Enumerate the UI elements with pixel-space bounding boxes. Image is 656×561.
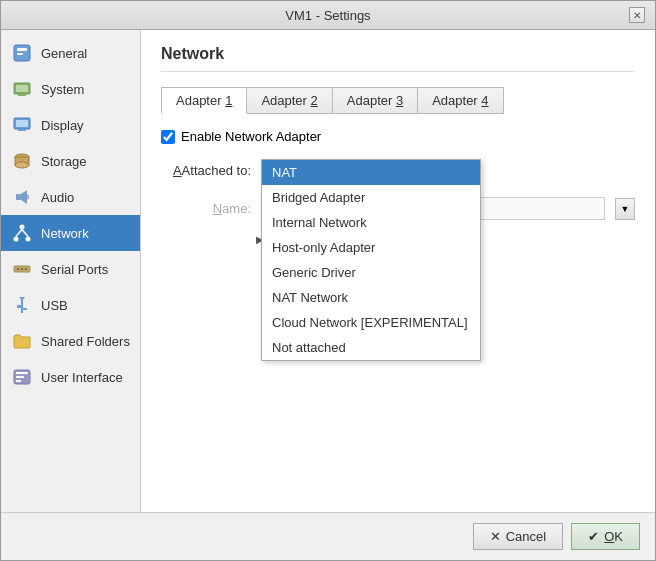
audio-icon [11,186,33,208]
sidebar-label-general: General [41,46,87,61]
storage-icon [11,150,33,172]
sidebar-label-usb: USB [41,298,68,313]
sidebar-item-system[interactable]: System [1,71,140,107]
serial-icon [11,258,33,280]
adapter-tabs: Adapter 1 Adapter 2 Adapter 3 Adapter 4 [161,87,635,114]
svg-point-22 [25,268,27,270]
svg-rect-2 [17,53,23,55]
ui-icon [11,366,33,388]
folder-icon [11,330,33,352]
sidebar-item-usb[interactable]: USB [1,287,140,323]
svg-line-17 [16,230,22,237]
sidebar-label-storage: Storage [41,154,87,169]
svg-point-14 [20,225,25,230]
svg-rect-8 [16,120,28,127]
dropdown-option-not-attached[interactable]: Not attached [262,335,480,360]
name-label: Name: [161,201,251,216]
usb-icon [11,294,33,316]
sidebar-item-general[interactable]: General [1,35,140,71]
window-title: VM1 - Settings [27,8,629,23]
svg-rect-1 [17,48,27,51]
svg-rect-25 [17,305,21,308]
svg-point-15 [14,237,19,242]
svg-marker-13 [21,190,27,204]
sidebar-label-audio: Audio [41,190,74,205]
name-dropdown-arrow-icon[interactable]: ▼ [615,198,635,220]
sidebar-label-display: Display [41,118,84,133]
sidebar-label-network: Network [41,226,89,241]
dropdown-option-nat[interactable]: NAT [262,160,480,185]
svg-point-16 [26,237,31,242]
sidebar-item-shared-folders[interactable]: Shared Folders [1,323,140,359]
attached-to-row: AAttached to: NAT ▼ NAT Bridged Adapter … [161,159,635,182]
svg-line-18 [22,230,28,237]
tab-adapter-4-label: Adapter 4 [432,93,488,108]
enable-network-checkbox[interactable] [161,130,175,144]
svg-rect-30 [16,380,21,382]
tab-adapter-2-label: Adapter 2 [261,93,317,108]
system-icon [11,78,33,100]
attached-to-dropdown: NAT ▼ NAT Bridged Adapter Internal Netwo… [261,159,635,182]
svg-point-11 [15,162,29,168]
cancel-label: Cancel [506,529,546,544]
dropdown-option-cloud[interactable]: Cloud Network [EXPERIMENTAL] [262,310,480,335]
tab-adapter-1[interactable]: Adapter 1 [161,87,247,114]
dropdown-option-bridged[interactable]: Bridged Adapter [262,185,480,210]
close-button[interactable]: ✕ [629,7,645,23]
sidebar-item-serial-ports[interactable]: Serial Ports [1,251,140,287]
attached-to-label: AAttached to: [161,163,251,178]
tab-adapter-3-label: Adapter 3 [347,93,403,108]
enable-network-row: Enable Network Adapter [161,129,635,144]
settings-window: VM1 - Settings ✕ General [0,0,656,561]
svg-rect-4 [18,94,26,96]
content-area: General System [1,30,655,512]
sidebar-item-audio[interactable]: Audio [1,179,140,215]
sidebar-item-display[interactable]: Display [1,107,140,143]
network-icon [11,222,33,244]
sidebar-item-storage[interactable]: Storage [1,143,140,179]
dropdown-menu: NAT Bridged Adapter Internal Network Hos… [261,159,481,361]
footer: ✕ Cancel ✔ OK [1,512,655,560]
titlebar: VM1 - Settings ✕ [1,1,655,30]
svg-rect-12 [16,194,21,200]
dropdown-option-host-only[interactable]: Host-only Adapter [262,235,480,260]
main-panel: Network Adapter 1 Adapter 2 Adapter 3 Ad… [141,30,655,512]
svg-rect-5 [16,85,28,92]
svg-rect-26 [23,308,27,310]
svg-point-21 [21,268,23,270]
enable-network-label[interactable]: Enable Network Adapter [181,129,321,144]
general-icon [11,42,33,64]
sidebar-label-shared-folders: Shared Folders [41,334,130,349]
dropdown-option-nat-network[interactable]: NAT Network [262,285,480,310]
sidebar-label-serial: Serial Ports [41,262,108,277]
svg-rect-29 [16,376,24,378]
sidebar-label-system: System [41,82,84,97]
svg-marker-24 [19,297,25,301]
ok-icon: ✔ [588,529,599,544]
ok-button[interactable]: ✔ OK [571,523,640,550]
sidebar-item-user-interface[interactable]: User Interface [1,359,140,395]
ok-label: OK [604,529,623,544]
tab-adapter-3[interactable]: Adapter 3 [332,87,418,114]
dropdown-option-internal[interactable]: Internal Network [262,210,480,235]
sidebar-item-network[interactable]: Network [1,215,140,251]
cancel-icon: ✕ [490,529,501,544]
tab-adapter-2[interactable]: Adapter 2 [246,87,332,114]
svg-point-20 [17,268,19,270]
display-icon [11,114,33,136]
tab-adapter-1-label: Adapter 1 [176,93,232,108]
sidebar-label-user-interface: User Interface [41,370,123,385]
svg-rect-7 [18,129,26,131]
tab-adapter-4[interactable]: Adapter 4 [417,87,503,114]
svg-rect-28 [16,372,28,374]
cancel-button[interactable]: ✕ Cancel [473,523,563,550]
sidebar: General System [1,30,141,512]
page-title: Network [161,45,635,72]
dropdown-option-generic[interactable]: Generic Driver [262,260,480,285]
